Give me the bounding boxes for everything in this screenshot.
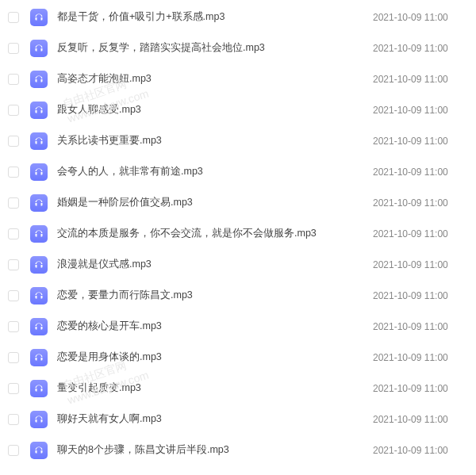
file-date: 2021-10-09 11:00	[373, 74, 468, 85]
file-name[interactable]: 恋爱的核心是开车.mp3	[57, 320, 373, 333]
file-row[interactable]: 聊好天就有女人啊.mp3 2021-10-09 11:00	[0, 404, 476, 435]
audio-file-icon	[30, 9, 48, 26]
select-checkbox[interactable]	[8, 43, 19, 54]
file-date: 2021-10-09 11:00	[373, 228, 468, 239]
audio-file-icon	[30, 256, 48, 274]
file-row[interactable]: 会夸人的人，就非常有前途.mp3 2021-10-09 11:00	[0, 156, 476, 187]
audio-file-icon	[30, 225, 48, 243]
audio-file-icon	[30, 442, 48, 459]
file-row[interactable]: 浪漫就是仪式感.mp3 2021-10-09 11:00	[0, 249, 476, 280]
file-name[interactable]: 恋爱是用身体谈的.mp3	[57, 351, 373, 364]
file-date: 2021-10-09 11:00	[373, 259, 468, 270]
file-name[interactable]: 聊好天就有女人啊.mp3	[57, 412, 373, 426]
file-date: 2021-10-09 11:00	[373, 136, 468, 147]
file-name[interactable]: 都是干货，价值+吸引力+联系感.mp3	[57, 10, 373, 24]
file-name[interactable]: 量变引起质变.mp3	[57, 381, 373, 395]
file-name[interactable]: 跟女人聊感受.mp3	[57, 103, 373, 117]
audio-file-icon	[30, 163, 48, 181]
select-checkbox[interactable]	[8, 259, 19, 270]
file-row[interactable]: 婚姻是一种阶层价值交易.mp3 2021-10-09 11:00	[0, 187, 476, 218]
file-list: 都是干货，价值+吸引力+联系感.mp3 2021-10-09 11:00 反复听…	[0, 0, 476, 467]
file-date: 2021-10-09 11:00	[373, 445, 468, 456]
select-checkbox[interactable]	[8, 445, 19, 456]
select-checkbox[interactable]	[8, 321, 19, 332]
select-checkbox[interactable]	[8, 167, 19, 178]
select-checkbox[interactable]	[8, 290, 19, 301]
file-row[interactable]: 交流的本质是服务，你不会交流，就是你不会做服务.mp3 2021-10-09 1…	[0, 218, 476, 249]
audio-file-icon	[30, 132, 48, 150]
file-row[interactable]: 恋爱，要量力而行陈昌文.mp3 2021-10-09 11:00	[0, 280, 476, 311]
select-checkbox[interactable]	[8, 383, 19, 394]
file-name[interactable]: 会夸人的人，就非常有前途.mp3	[57, 165, 373, 178]
file-date: 2021-10-09 11:00	[373, 197, 468, 209]
file-date: 2021-10-09 11:00	[373, 321, 468, 332]
file-row[interactable]: 恋爱的核心是开车.mp3 2021-10-09 11:00	[0, 311, 476, 342]
file-date: 2021-10-09 11:00	[373, 105, 468, 116]
file-name[interactable]: 关系比读书更重要.mp3	[57, 134, 373, 147]
select-checkbox[interactable]	[8, 414, 19, 425]
audio-file-icon	[30, 287, 48, 305]
file-row[interactable]: 反复听，反复学，踏踏实实提高社会地位.mp3 2021-10-09 11:00	[0, 33, 476, 63]
file-date: 2021-10-09 11:00	[373, 167, 468, 178]
audio-file-icon	[30, 102, 48, 119]
audio-file-icon	[30, 40, 48, 57]
file-row[interactable]: 恋爱是用身体谈的.mp3 2021-10-09 11:00	[0, 342, 476, 373]
file-name[interactable]: 浪漫就是仪式感.mp3	[57, 258, 373, 271]
select-checkbox[interactable]	[8, 74, 19, 85]
audio-file-icon	[30, 349, 48, 366]
file-date: 2021-10-09 11:00	[373, 383, 468, 394]
file-name[interactable]: 聊天的8个步骤，陈昌文讲后半段.mp3	[57, 443, 373, 457]
audio-file-icon	[30, 318, 48, 335]
file-date: 2021-10-09 11:00	[373, 290, 468, 301]
file-row[interactable]: 跟女人聊感受.mp3 2021-10-09 11:00	[0, 94, 476, 125]
file-row[interactable]: 高姿态才能泡妞.mp3 2021-10-09 11:00	[0, 63, 476, 94]
select-checkbox[interactable]	[8, 352, 19, 363]
file-name[interactable]: 婚姻是一种阶层价值交易.mp3	[57, 196, 373, 209]
audio-file-icon	[30, 71, 48, 88]
select-checkbox[interactable]	[8, 12, 19, 23]
file-date: 2021-10-09 11:00	[373, 12, 468, 23]
file-row[interactable]: 量变引起质变.mp3 2021-10-09 11:00	[0, 373, 476, 404]
audio-file-icon	[30, 194, 48, 212]
file-name[interactable]: 反复听，反复学，踏踏实实提高社会地位.mp3	[57, 41, 373, 55]
select-checkbox[interactable]	[8, 136, 19, 147]
file-row[interactable]: 聊天的8个步骤，陈昌文讲后半段.mp3 2021-10-09 11:00	[0, 435, 476, 465]
audio-file-icon	[30, 380, 48, 397]
select-checkbox[interactable]	[8, 197, 19, 209]
select-checkbox[interactable]	[8, 105, 19, 116]
audio-file-icon	[30, 411, 48, 428]
file-row[interactable]: 关系比读书更重要.mp3 2021-10-09 11:00	[0, 125, 476, 156]
file-name[interactable]: 恋爱，要量力而行陈昌文.mp3	[57, 289, 373, 302]
file-date: 2021-10-09 11:00	[373, 352, 468, 363]
file-row[interactable]: 都是干货，价值+吸引力+联系感.mp3 2021-10-09 11:00	[0, 2, 476, 33]
file-name[interactable]: 交流的本质是服务，你不会交流，就是你不会做服务.mp3	[57, 227, 373, 240]
file-name[interactable]: 高姿态才能泡妞.mp3	[57, 72, 373, 86]
file-date: 2021-10-09 11:00	[373, 43, 468, 54]
select-checkbox[interactable]	[8, 228, 19, 239]
file-date: 2021-10-09 11:00	[373, 414, 468, 425]
